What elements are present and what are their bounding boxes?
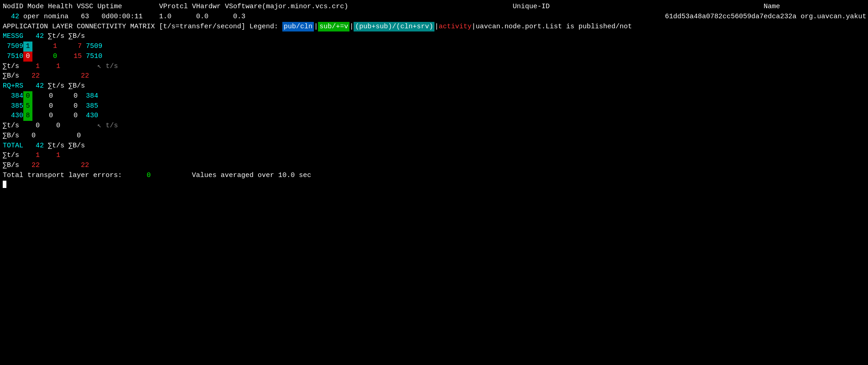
rqrs-header: RQ+RS 42 ∑t/s ∑B/s	[3, 81, 865, 91]
col-vsoftware: VSoftware(major.minor.vcs.crc)	[225, 2, 348, 12]
messg-total-bs-right: 22	[81, 71, 89, 81]
rqrs-total-ts-label: ∑t/s	[3, 121, 19, 131]
messg-total-ts-label: ∑t/s	[3, 62, 19, 72]
total-sum-bs: ∑B/s	[69, 141, 85, 151]
messg-total-bs-val: 22	[32, 71, 40, 81]
avg-label: Values averaged over 10.0 sec	[192, 171, 311, 181]
header-row: NodID Mode Health VSSC Uptime VProtcl VH…	[3, 2, 865, 12]
rqrs-bs-384: 0	[74, 91, 78, 101]
col-nodeid: NodID	[3, 2, 23, 12]
node-uniqueid: 61dd53a48a0782cc56059da7edca232a	[665, 12, 796, 22]
col-vhardwr: VHardwr	[192, 2, 221, 12]
rqrs-bs-385: 0	[74, 101, 78, 111]
total-bs-right: 22	[81, 161, 89, 171]
messg-sum-ts: ∑t/s	[48, 31, 64, 42]
rqrs-ts-430: 0	[49, 111, 53, 121]
rqrs-total-ts: ∑t/s 0 0 ↖ t/s	[3, 121, 865, 131]
messg-id-7510: 7510	[7, 52, 23, 62]
messg-cell-7509: 1	[23, 42, 32, 52]
node-mode: oper	[23, 12, 40, 22]
rqrs-cell-384: 0	[23, 91, 32, 101]
node-name: org.uavcan.yakut.monitor	[800, 12, 868, 22]
col-name: Name	[763, 2, 780, 12]
messg-total-ts-arrow: ↖ t/s	[97, 62, 118, 72]
node-health: nomina	[44, 12, 69, 22]
rqrs-total-bs-val: 0	[32, 131, 36, 141]
col-vssc: VSSC	[77, 2, 93, 12]
rqrs-total-bs-label: ∑B/s	[3, 131, 19, 141]
total-header: TOTAL 42 ∑t/s ∑B/s	[3, 141, 865, 151]
rqrs-sum-bs: ∑B/s	[69, 81, 85, 91]
rqrs-id-385: 385	[11, 101, 23, 111]
rqrs-nodeid: 42	[36, 81, 44, 91]
messg-total-ts: ∑t/s 1 1 ↖ t/s	[3, 62, 865, 72]
rqrs-bs-430: 0	[74, 111, 78, 121]
legend-prefix: APPLICATION LAYER CONNECTIVITY MATRIX [t…	[3, 22, 282, 32]
total-ts-right: 1	[56, 151, 60, 161]
total-bs-row: ∑B/s 22 22	[3, 161, 865, 171]
terminal-cursor	[3, 181, 6, 188]
node-row: 42 oper nomina 63 0d00:00:11 1.0 0.0 0.3	[3, 12, 865, 22]
rqrs-row-385: 385 5 0 0 385	[3, 101, 865, 111]
rqrs-id2-384: 384	[86, 91, 98, 101]
rqrs-id-430: 430	[11, 111, 23, 121]
total-ts-row: ∑t/s 1 1	[3, 151, 865, 161]
messg-id-7509: 7509	[7, 42, 23, 52]
messg-id2-7510: 7510	[86, 52, 102, 62]
messg-cell-7510: 0	[23, 52, 32, 62]
errors-val: 0	[147, 171, 151, 181]
footer-errors-row: Total transport layer errors: 0 Values a…	[3, 171, 865, 181]
col-uniqueid: Unique-ID	[513, 2, 550, 12]
total-bs-label: ∑B/s	[3, 161, 19, 171]
badge-ratio: (pub+sub)/(cln+srv)	[354, 22, 434, 32]
total-sum-ts: ∑t/s	[48, 141, 64, 151]
col-vprotcl: VProtcl	[159, 2, 188, 12]
messg-ts-7509: 1	[53, 42, 57, 52]
total-bs-val: 22	[32, 161, 40, 171]
rqrs-total-ts-val: 0	[36, 121, 40, 131]
messg-sum-bs: ∑B/s	[69, 31, 85, 42]
rqrs-ts-385: 0	[49, 101, 53, 111]
rqrs-id-384: 384	[11, 91, 23, 101]
cursor-row	[3, 181, 865, 188]
messg-label: MESSG	[3, 31, 23, 42]
rqrs-total-bs: ∑B/s 0 0	[3, 131, 865, 141]
messg-ts-7510: 0	[53, 52, 57, 62]
total-ts-label: ∑t/s	[3, 151, 19, 161]
rqrs-total-ts-arrow: ↖ t/s	[97, 121, 118, 131]
rqrs-total-bs-right: 0	[77, 131, 81, 141]
rqrs-cell-385: 5	[23, 101, 32, 111]
rqrs-row-384: 384 0 0 0 384	[3, 91, 865, 101]
rqrs-total-ts-right: 0	[56, 121, 60, 131]
badge-pub-cln: pub/cln	[282, 22, 314, 32]
node-vhardwr: 0.0	[196, 12, 208, 22]
messg-nodeid: 42	[36, 31, 44, 42]
rqrs-sum-ts: ∑t/s	[48, 81, 64, 91]
messg-total-bs-label: ∑B/s	[3, 71, 19, 81]
errors-label: Total transport layer errors:	[3, 171, 122, 181]
node-vprotcl: 1.0	[159, 12, 171, 22]
messg-total-ts-val: 1	[36, 62, 40, 72]
node-uptime: 0d00:00:11	[101, 12, 143, 22]
rqrs-row-430: 430 8 0 0 430	[3, 111, 865, 121]
messg-row-7509: 7509 1 1 7 7509	[3, 42, 865, 52]
rqrs-id2-430: 430	[86, 111, 98, 121]
messg-header: MESSG 42 ∑t/s ∑B/s	[3, 31, 865, 42]
node-vsoftware: 0.3	[233, 12, 245, 22]
messg-total-bs: ∑B/s 22 22	[3, 71, 865, 81]
total-ts-val: 1	[36, 151, 40, 161]
legend-suffix: uavcan.node.port.List is published/not	[476, 22, 632, 32]
messg-row-7510: 7510 0 0 15 7510	[3, 52, 865, 62]
badge-activity: activity	[439, 22, 471, 32]
total-label: TOTAL	[3, 141, 23, 151]
col-health: Health	[48, 2, 73, 12]
messg-bs-7510: 15	[74, 52, 82, 62]
rqrs-ts-384: 0	[49, 91, 53, 101]
total-nodeid: 42	[36, 141, 44, 151]
col-uptime: Uptime	[97, 2, 122, 12]
col-mode: Mode	[27, 2, 44, 12]
messg-bs-7509: 7	[78, 42, 82, 52]
rqrs-id2-385: 385	[86, 101, 98, 111]
node-nodeid: 42	[11, 12, 19, 22]
rqrs-label: RQ+RS	[3, 81, 23, 91]
